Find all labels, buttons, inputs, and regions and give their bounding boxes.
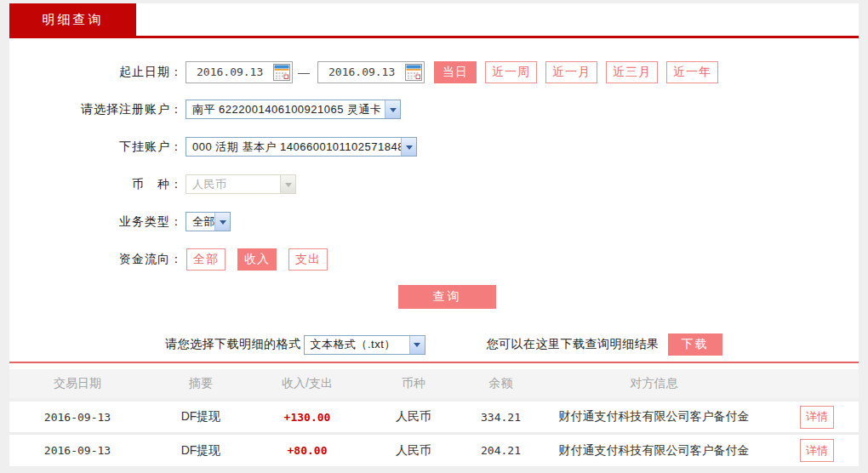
panel-table-gap (9, 363, 859, 369)
cell-amount: +130.00 (256, 411, 358, 424)
business-type-row: 业务类型： 全部 (9, 210, 859, 233)
calendar-icon[interactable] (273, 64, 290, 81)
download-button[interactable]: 下载 (668, 333, 722, 356)
cell-actions: 详情 (775, 406, 859, 429)
cell-balance: 334.21 (469, 411, 533, 424)
business-type-label: 业务类型： (9, 214, 183, 230)
register-account-value: 南平 6222001406100921065 灵通卡 (186, 102, 385, 117)
download-hint: 您可以在这里下载查询明细结果 (487, 337, 660, 352)
start-date-value[interactable] (186, 65, 268, 79)
cell-currency: 人民币 (358, 443, 469, 459)
quick-range-quarter-button[interactable]: 近三月 (606, 61, 658, 83)
business-type-value: 全部 (186, 214, 214, 230)
query-form-panel: 起止日期： — (9, 38, 859, 363)
date-range-row: 起止日期： — (9, 60, 859, 83)
chevron-down-icon (401, 138, 416, 156)
chevron-down-icon (409, 336, 425, 354)
tab-bar: 明细查询 (9, 3, 859, 36)
end-date-value[interactable] (318, 65, 400, 79)
cell-currency: 人民币 (358, 409, 469, 425)
fund-direction-label: 资金流向： (9, 252, 183, 267)
transactions-table: 交易日期 摘要 收入/支出 币种 余额 对方信息 2016-09-13 DF提现… (9, 369, 859, 466)
cell-counterparty: 财付通支付科技有限公司客户备付金 (533, 409, 775, 425)
column-header-counterparty: 对方信息 (533, 376, 775, 391)
fund-direction-row: 资金流向： 全部 收入 支出 (9, 248, 859, 271)
cell-balance: 204.21 (469, 444, 533, 457)
query-button[interactable]: 查询 (398, 285, 496, 309)
currency-value: 人民币 (186, 177, 280, 192)
linked-account-value: 000 活期 基本户 1406600101102571848 (186, 140, 401, 155)
chevron-down-icon (385, 100, 400, 118)
download-format-value: 文本格式（.txt） (305, 337, 409, 352)
business-type-select[interactable]: 全部 (186, 212, 231, 231)
quick-range-year-button[interactable]: 近一年 (666, 61, 718, 83)
fund-direction-all-button[interactable]: 全部 (186, 248, 226, 271)
download-format-select[interactable]: 文本格式（.txt） (304, 335, 425, 355)
linked-account-row: 下挂账户： 000 活期 基本户 1406600101102571848 (9, 135, 859, 158)
cell-counterparty: 财付通支付科技有限公司客户备付金 (533, 443, 775, 459)
register-account-label: 请选择注册账户： (9, 102, 183, 117)
table-row: 2016-09-13 DF提现 +130.00 人民币 334.21 财付通支付… (9, 398, 859, 432)
register-account-select[interactable]: 南平 6222001406100921065 灵通卡 (186, 100, 401, 119)
column-header-balance: 余额 (469, 376, 533, 391)
linked-account-select[interactable]: 000 活期 基本户 1406600101102571848 (186, 137, 417, 157)
page-content: 明细查询 起止日期： — (9, 3, 859, 466)
query-button-row: 查询 (398, 285, 859, 309)
currency-select: 人民币 (186, 174, 296, 194)
register-account-row: 请选择注册账户： 南平 6222001406100921065 灵通卡 (9, 98, 859, 121)
linked-account-label: 下挂账户： (9, 140, 183, 155)
cell-summary: DF提现 (146, 409, 256, 425)
table-header-row: 交易日期 摘要 收入/支出 币种 余额 对方信息 (9, 369, 859, 398)
column-header-date: 交易日期 (9, 376, 146, 391)
fund-direction-expense-button[interactable]: 支出 (288, 248, 328, 271)
end-date-input[interactable] (317, 61, 425, 83)
quick-range-month-button[interactable]: 近一月 (545, 61, 597, 83)
calendar-icon[interactable] (405, 64, 422, 81)
start-date-input[interactable] (186, 61, 293, 83)
chevron-down-icon (214, 213, 230, 231)
column-header-summary: 摘要 (146, 376, 256, 391)
fund-direction-income-button[interactable]: 收入 (237, 248, 277, 271)
quick-range-today-button[interactable]: 当日 (434, 61, 477, 83)
currency-row: 币 种： 人民币 (9, 173, 859, 196)
detail-button[interactable]: 详情 (800, 439, 834, 462)
cell-summary: DF提现 (146, 443, 256, 459)
cell-date: 2016-09-13 (9, 444, 146, 457)
detail-button[interactable]: 详情 (800, 406, 834, 429)
chevron-down-icon (280, 175, 295, 193)
cell-date: 2016-09-13 (9, 411, 146, 424)
quick-range-week-button[interactable]: 近一周 (485, 61, 537, 83)
column-header-currency: 币种 (358, 376, 469, 391)
cell-amount: +80.00 (256, 444, 358, 457)
column-header-amount: 收入/支出 (256, 376, 358, 391)
date-range-label: 起止日期： (9, 65, 183, 80)
download-row: 请您选择下载明细的格式 文本格式（.txt） 您可以在这里下载查询明细结果 下载 (9, 333, 859, 362)
table-row: 2016-09-13 DF提现 +80.00 人民币 204.21 财付通支付科… (9, 432, 859, 466)
cell-actions: 详情 (775, 439, 859, 462)
download-format-label: 请您选择下载明细的格式 (165, 337, 301, 352)
tab-detail-query[interactable]: 明细查询 (9, 3, 136, 36)
currency-label: 币 种： (9, 177, 183, 192)
date-range-separator: — (298, 66, 310, 79)
